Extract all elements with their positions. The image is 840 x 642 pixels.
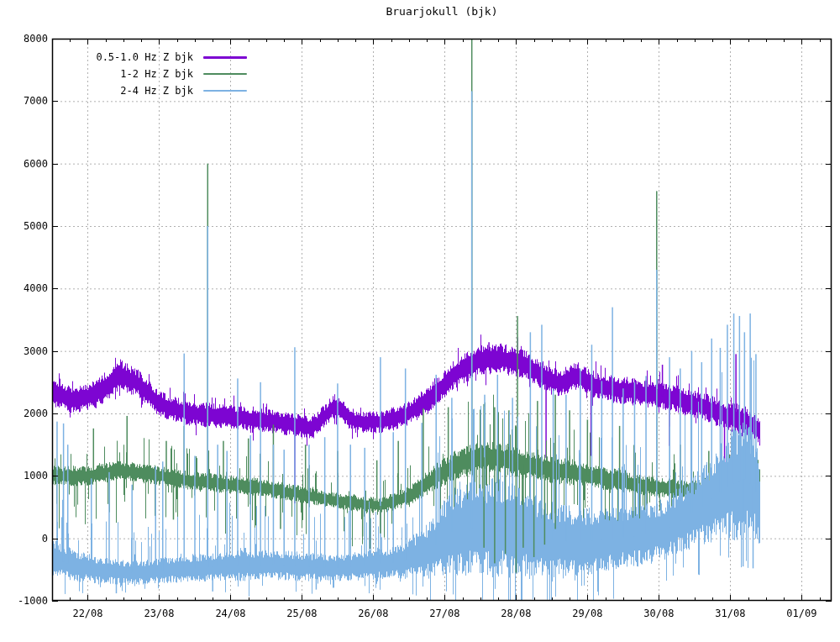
y-tick-label: 7000	[0, 94, 48, 108]
y-tick-label: 6000	[0, 157, 48, 171]
y-tick-label: 8000	[0, 32, 48, 45]
x-tick-label: 27/08	[419, 607, 470, 620]
y-tick-label: 1000	[0, 469, 48, 482]
legend-line-sample-blue	[203, 90, 247, 92]
x-tick-label: 26/08	[348, 607, 398, 620]
x-tick-label: 30/08	[633, 607, 684, 620]
y-tick-label: 0	[0, 532, 48, 545]
x-tick-label: 31/08	[705, 607, 755, 620]
x-tick-label: 01/09	[776, 607, 827, 620]
x-tick-label: 22/08	[62, 607, 113, 620]
y-tick-label: 4000	[0, 282, 48, 295]
legend-line-sample-green	[203, 73, 247, 75]
legend-label-2-4hz: 2-4 Hz Z bjk	[57, 85, 193, 97]
y-tick-label: 2000	[0, 407, 48, 420]
x-tick-label: 28/08	[491, 607, 541, 620]
x-tick-label: 23/08	[134, 607, 184, 620]
tremor-plot-page: Bruarjokull (bjk) 0.5-1.0 Hz Z bjk 1-2 H…	[0, 0, 840, 642]
x-tick-label: 29/08	[562, 607, 612, 620]
y-tick-label: -1000	[0, 594, 48, 608]
y-tick-label: 5000	[0, 219, 48, 233]
legend: 0.5-1.0 Hz Z bjk 1-2 Hz Z bjk 2-4 Hz Z b…	[57, 49, 247, 99]
legend-row-band-0: 0.5-1.0 Hz Z bjk	[57, 49, 247, 66]
legend-row-band-1: 1-2 Hz Z bjk	[57, 66, 247, 82]
legend-label-0.5-1.0hz: 0.5-1.0 Hz Z bjk	[57, 51, 193, 63]
x-tick-label: 24/08	[205, 607, 255, 620]
legend-line-sample-purple	[203, 56, 247, 59]
legend-label-1-2hz: 1-2 Hz Z bjk	[57, 68, 193, 80]
x-tick-label: 25/08	[276, 607, 327, 620]
chart-title: Bruarjokull (bjk)	[52, 5, 832, 18]
legend-row-band-2: 2-4 Hz Z bjk	[57, 82, 247, 99]
y-tick-label: 3000	[0, 345, 48, 358]
